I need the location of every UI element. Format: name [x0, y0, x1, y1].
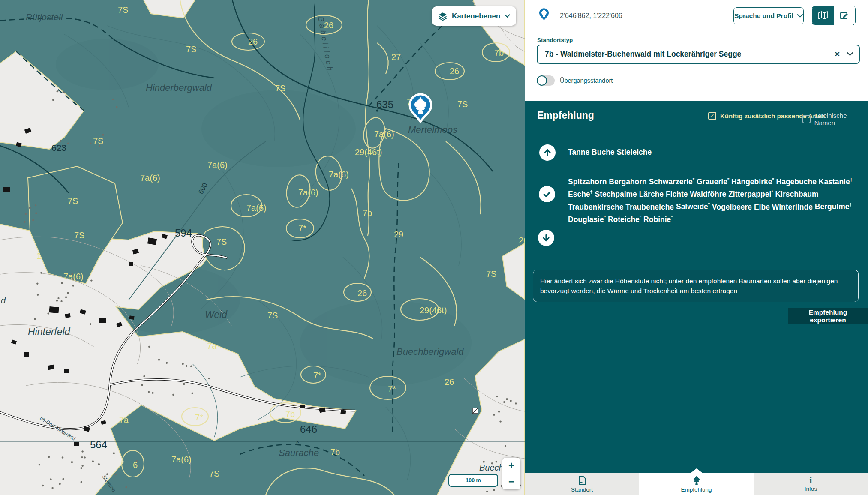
map-label: × — [296, 438, 300, 445]
special-symbol — [472, 408, 478, 414]
map-label: Hinterfeld — [28, 326, 71, 337]
suitable-species-list: Spitzahorn Bergahorn Schwarzerle* Grauer… — [568, 174, 856, 225]
map-label: 594 — [175, 227, 192, 239]
topographic-map[interactable]: 7S2626277S267b7S7b7S7S7a(6)7a(6)7a(6)29(… — [0, 0, 525, 495]
species-token: Hängebirke* — [731, 177, 774, 186]
map-icon — [818, 11, 828, 20]
map-label: 7* — [388, 384, 396, 393]
transition-toggle-row: Übergangsstandort — [537, 75, 613, 86]
species-token: Kastanie† — [819, 177, 853, 186]
map-label: 29(46t) — [420, 306, 447, 315]
side-panel: 2'646'862, 1'222'606 Sprache und Profil … — [525, 0, 868, 495]
species-token: Salweide* — [676, 202, 710, 211]
latin-names-checkbox[interactable]: Lateinische Namen — [802, 112, 868, 126]
tab-standort-label: Standort — [571, 486, 593, 493]
map-label: 7a — [207, 341, 217, 351]
recommendation-title: Empfehlung — [537, 110, 594, 121]
tab-empfehlung-label: Empfehlung — [681, 486, 712, 493]
map-layers-label: Kartenebenen — [452, 12, 500, 21]
species-token: Bergahorn — [609, 177, 646, 186]
map-label: 26 — [357, 288, 367, 298]
map-label: 7S — [486, 269, 496, 279]
coordinates-display: 2'646'862, 1'222'606 — [560, 12, 622, 20]
reduced-species-icon — [538, 230, 554, 246]
species-token: Bergulme† — [815, 202, 852, 211]
map-label: 7* — [195, 413, 203, 422]
map-view-button[interactable] — [812, 6, 834, 25]
map-label: Rütjosteli — [26, 12, 63, 22]
clear-selection-icon[interactable]: ✕ — [835, 50, 840, 58]
view-mode-switch — [812, 6, 856, 25]
map-label: Weid — [205, 309, 228, 320]
map-label: 7a(6) — [140, 173, 160, 183]
map-label: 29 — [394, 230, 403, 239]
map-label: d — [1, 296, 6, 305]
map-label: 7* — [298, 223, 306, 233]
toggle-knob — [537, 75, 547, 86]
map-label: 7a(6) — [374, 129, 394, 139]
map-label: 26 — [445, 377, 454, 387]
transition-toggle-label: Übergangsstandort — [560, 77, 613, 84]
map-label: 646 — [300, 423, 317, 435]
species-token: Hagebuche — [776, 177, 817, 186]
map-label: 26 — [248, 37, 258, 46]
species-token: Fichte — [666, 190, 688, 198]
species-token: Douglasie° — [568, 215, 606, 224]
species-token: Stechpalme — [595, 190, 637, 198]
transition-toggle[interactable] — [537, 75, 555, 86]
latin-names-label: Lateinische Namen — [814, 112, 868, 126]
language-profile-button[interactable]: Sprache und Profil — [733, 7, 804, 24]
tab-infos[interactable]: i Infos — [754, 473, 868, 495]
species-token: Zitterpappel* — [728, 190, 773, 198]
tab-standort[interactable]: Standort — [525, 473, 639, 495]
map-label: 7S — [216, 237, 227, 246]
layers-icon — [438, 11, 448, 21]
altitude-note: Hier ändert sich zwar die Höhenstufe nic… — [533, 270, 859, 302]
map-label: Säuräche — [279, 447, 319, 458]
map-label: 7a(6) — [171, 455, 192, 464]
species-token: Roteiche° — [608, 215, 641, 224]
map-label: 7S — [457, 99, 468, 109]
map-label: 7* — [313, 371, 321, 380]
map-label: 7S — [68, 196, 78, 206]
map-label: 27 — [391, 52, 401, 62]
tree-app-window: 7S2626277S267b7S7b7S7S7a(6)7a(6)7a(6)29(… — [0, 0, 868, 495]
species-token: Eibe — [754, 202, 770, 211]
map-label: 7S — [118, 5, 128, 15]
map-label: 7a(6) — [329, 170, 349, 179]
map-label: 1 — [36, 251, 41, 261]
chevron-down-icon — [797, 14, 803, 18]
map-label: 26 — [450, 66, 459, 76]
species-token: Schwarzerle* — [649, 177, 694, 186]
map-label: Mertelmoos — [408, 124, 457, 135]
map-label: 7S — [93, 136, 103, 146]
chevron-down-icon — [505, 14, 510, 18]
map-label: 26 — [519, 236, 525, 245]
suitable-species-icon — [539, 186, 555, 202]
map-label: 7b — [330, 447, 340, 457]
zoom-out-button[interactable]: − — [502, 474, 520, 490]
standortstyp-select[interactable]: 7b - Waldmeister-Buchenwald mit Lockeräh… — [537, 45, 860, 64]
promoted-species-icon — [539, 144, 556, 161]
tree-icon — [692, 475, 701, 486]
species-token: Grauerle* — [697, 177, 729, 186]
edit-icon — [840, 11, 849, 20]
map-canvas[interactable]: 7S2626277S267b7S7b7S7S7a(6)7a(6)7a(6)29(… — [0, 0, 525, 495]
scale-label: 100 m — [466, 477, 481, 483]
species-token: Robinie° — [643, 215, 673, 224]
zoom-in-button[interactable]: + — [502, 458, 520, 474]
species-token: Winterlinde — [772, 202, 813, 211]
edit-view-button[interactable] — [834, 6, 855, 25]
arrow-up-icon — [543, 148, 552, 157]
tab-infos-label: Infos — [805, 486, 817, 492]
bottom-tab-bar: Standort Empfehlung i Infos — [525, 473, 868, 495]
species-token: Lärche — [639, 190, 664, 198]
export-recommendation-button[interactable]: Empfehlung exportieren — [788, 308, 868, 324]
info-icon: i — [810, 476, 812, 485]
map-label: 7b — [363, 208, 372, 218]
map-layers-button[interactable]: Kartenebenen — [432, 6, 516, 26]
map-label: 7b — [494, 48, 504, 57]
standortstyp-value: 7b - Waldmeister-Buchenwald mit Lockeräh… — [545, 50, 835, 59]
map-label: 7S — [267, 311, 278, 320]
tab-empfehlung[interactable]: Empfehlung — [639, 473, 754, 495]
